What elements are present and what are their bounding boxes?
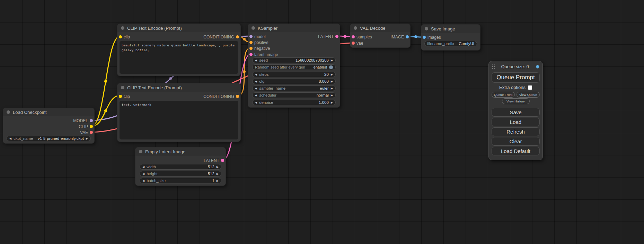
save-button[interactable]: Save (492, 108, 540, 117)
view-queue-button[interactable]: View Queue (517, 92, 540, 98)
decrement-arrow-icon[interactable]: ◀ (255, 73, 257, 76)
node-vae-decode[interactable]: VAE Decode samples vae IMAGE (350, 24, 411, 48)
output-dot-conditioning[interactable] (236, 35, 239, 38)
widget-filename-prefix[interactable]: filename_prefix ComfyUI (424, 41, 477, 46)
queue-prompt-button[interactable]: Queue Prompt (492, 72, 540, 83)
decrement-arrow-icon[interactable]: ◀ (142, 172, 144, 175)
increment-arrow-icon[interactable]: ▶ (331, 87, 333, 90)
input-slot-images[interactable]: images (423, 34, 441, 40)
input-dot-samples[interactable] (352, 35, 355, 38)
input-dot-positive[interactable] (249, 41, 253, 44)
output-slot-image[interactable]: IMAGE (390, 34, 409, 40)
decrement-arrow-icon[interactable]: ◀ (255, 94, 257, 97)
output-slot-vae[interactable]: VAE (80, 129, 93, 135)
queue-panel-header[interactable]: Queue size: 0 (492, 63, 540, 71)
input-dot-model[interactable] (249, 35, 253, 38)
output-slot-model[interactable]: MODEL (73, 118, 93, 124)
output-dot-model[interactable] (90, 119, 93, 122)
widget-seed[interactable]: ◀ seed 156680208700286 ▶ (252, 57, 336, 63)
collapse-dot-icon[interactable] (252, 26, 255, 30)
collapse-dot-icon[interactable] (121, 86, 124, 89)
widget-cfg[interactable]: ◀ cfg 8.000 ▶ (252, 79, 336, 84)
output-slot-latent[interactable]: LATENT (204, 157, 224, 163)
increment-arrow-icon[interactable]: ▶ (86, 137, 88, 140)
node-save-image[interactable]: Save Image images filename_prefix ComfyU… (421, 24, 480, 51)
widget-sampler-name[interactable]: ◀ sampler_name euler ▶ (252, 85, 336, 91)
input-dot-latent-image[interactable] (249, 53, 253, 56)
collapse-dot-icon[interactable] (7, 110, 10, 114)
increment-arrow-icon[interactable]: ▶ (331, 94, 333, 97)
increment-arrow-icon[interactable]: ▶ (331, 73, 333, 76)
input-slot-model[interactable]: model (249, 34, 266, 39)
extra-options-checkbox[interactable] (528, 85, 532, 90)
node-empty-latent-image[interactable]: Empty Latent Image LATENT ◀ width 512 ▶ … (135, 147, 226, 186)
node-load-checkpoint[interactable]: Load Checkpoint MODEL CLIP VAE ◀ ckpt_na… (3, 108, 95, 144)
node-title-bar[interactable]: CLIP Text Encode (Prompt) (117, 83, 240, 92)
settings-gear-icon[interactable] (535, 64, 539, 69)
increment-arrow-icon[interactable]: ▶ (331, 59, 333, 62)
graph-canvas[interactable]: Load Checkpoint MODEL CLIP VAE ◀ ckpt_na… (0, 0, 644, 244)
input-slot-negative[interactable]: negative (249, 45, 270, 51)
node-title-bar[interactable]: Empty Latent Image (135, 147, 226, 156)
load-default-button[interactable]: Load Default (492, 147, 540, 155)
clear-button[interactable]: Clear (492, 137, 540, 146)
refresh-button[interactable]: Refresh (492, 127, 540, 136)
input-dot-vae[interactable] (352, 42, 355, 45)
node-clip-text-encode-negative[interactable]: CLIP Text Encode (Prompt) clip CONDITION… (117, 83, 241, 142)
output-dot-vae[interactable] (90, 131, 93, 134)
input-dot-negative[interactable] (249, 47, 253, 50)
output-dot-conditioning[interactable] (236, 95, 239, 98)
input-slot-positive[interactable]: positive (249, 39, 268, 45)
node-clip-text-encode-positive[interactable]: CLIP Text Encode (Prompt) clip CONDITION… (117, 24, 241, 76)
increment-arrow-icon[interactable]: ▶ (217, 179, 219, 182)
output-dot-latent[interactable] (221, 159, 224, 162)
input-slot-latent-image[interactable]: latent_image (249, 52, 278, 57)
output-slot-latent[interactable]: LATENT (318, 34, 338, 39)
decrement-arrow-icon[interactable]: ◀ (9, 137, 11, 140)
collapse-dot-icon[interactable] (139, 150, 142, 153)
node-title-bar[interactable]: VAE Decode (350, 24, 410, 32)
input-dot-images[interactable] (423, 36, 426, 39)
widget-random-seed[interactable]: Random seed after every gen enabled (252, 64, 336, 70)
widget-ckpt-name[interactable]: ◀ ckpt_name v1-5-pruned-emaonly.ckpt ▶ (7, 136, 91, 141)
widget-batch-size[interactable]: ◀ batch_size 1 ▶ (140, 178, 221, 183)
input-slot-clip[interactable]: clip (119, 93, 130, 99)
input-slot-vae[interactable]: vae (352, 40, 363, 46)
input-dot-clip[interactable] (119, 35, 122, 38)
node-title-bar[interactable]: Save Image (421, 25, 480, 33)
widget-height[interactable]: ◀ height 512 ▶ (140, 171, 221, 177)
decrement-arrow-icon[interactable]: ◀ (255, 80, 257, 83)
input-dot-clip[interactable] (119, 95, 122, 98)
output-slot-conditioning[interactable]: CONDITIONING (203, 34, 239, 40)
extra-options-row[interactable]: Extra options (492, 85, 540, 90)
view-history-button[interactable]: View History (502, 98, 530, 104)
increment-arrow-icon[interactable]: ▶ (217, 172, 219, 175)
output-dot-image[interactable] (406, 35, 409, 38)
output-dot-clip[interactable] (90, 125, 93, 128)
queue-front-button[interactable]: Queue Front (492, 92, 515, 98)
decrement-arrow-icon[interactable]: ◀ (255, 87, 257, 90)
output-dot-latent[interactable] (335, 35, 338, 38)
increment-arrow-icon[interactable]: ▶ (331, 101, 333, 104)
node-title-bar[interactable]: KSampler (248, 24, 340, 32)
prompt-textarea[interactable]: text, watermark (120, 101, 238, 139)
increment-arrow-icon[interactable]: ▶ (217, 165, 219, 169)
output-slot-clip[interactable]: CLIP (79, 124, 93, 129)
input-slot-samples[interactable]: samples (352, 34, 372, 40)
decrement-arrow-icon[interactable]: ◀ (142, 179, 144, 182)
prompt-textarea[interactable]: beautiful scenery nature glass bottle la… (120, 41, 238, 74)
node-title-bar[interactable]: CLIP Text Encode (Prompt) (117, 24, 240, 32)
collapse-dot-icon[interactable] (425, 27, 428, 30)
input-slot-clip[interactable]: clip (119, 34, 130, 40)
output-slot-conditioning[interactable]: CONDITIONING (203, 93, 239, 99)
node-ksampler[interactable]: KSampler model positive negative latent_… (248, 24, 340, 108)
decrement-arrow-icon[interactable]: ◀ (255, 59, 257, 62)
widget-scheduler[interactable]: ◀ scheduler normal ▶ (252, 92, 336, 98)
drag-handle[interactable] (492, 64, 495, 69)
widget-steps[interactable]: ◀ steps 20 ▶ (252, 72, 336, 77)
decrement-arrow-icon[interactable]: ◀ (142, 165, 144, 169)
increment-arrow-icon[interactable]: ▶ (331, 80, 333, 83)
widget-width[interactable]: ◀ width 512 ▶ (140, 164, 221, 170)
decrement-arrow-icon[interactable]: ◀ (255, 101, 257, 104)
widget-denoise[interactable]: ◀ denoise 1.000 ▶ (252, 100, 336, 105)
